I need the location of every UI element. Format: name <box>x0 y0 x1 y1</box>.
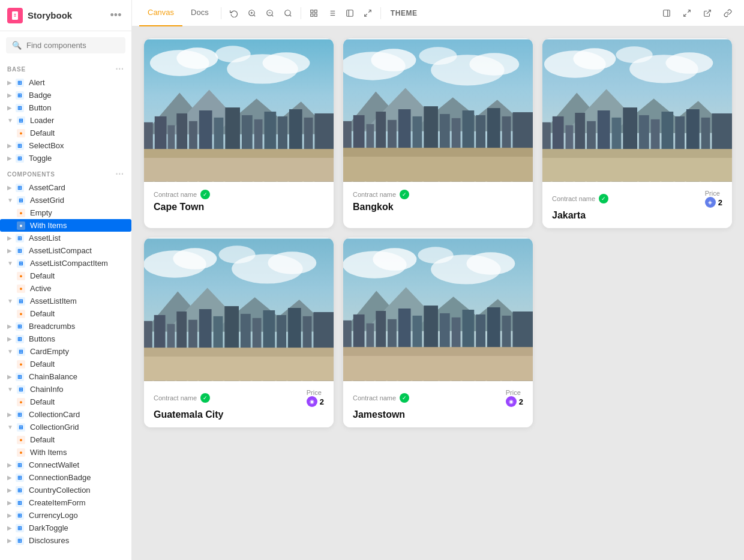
group-icon: ⊞ <box>16 335 24 343</box>
chevron-right-icon: ▶ <box>7 487 12 493</box>
chevron-down-icon: ▼ <box>7 197 13 203</box>
section-base-collapse[interactable]: ⋯ <box>115 64 124 74</box>
chevron-down-icon: ▼ <box>7 386 13 393</box>
sidebar-item-assetlistitem-default[interactable]: ● Default <box>0 307 131 320</box>
sidebar-item-assetlist[interactable]: ▶ ⊞ AssetList <box>0 232 131 244</box>
search-input[interactable] <box>26 41 127 50</box>
sidebar-item-selectbox[interactable]: ▶ ⊞ SelectBox <box>0 139 131 152</box>
canvas-area: Contract name ✓ Cape Town <box>132 26 744 560</box>
price-value: 2 <box>519 397 523 406</box>
sidebar-item-buttons[interactable]: ▶ ⊞ Buttons <box>0 333 131 345</box>
sidebar-item-label: Active <box>30 284 51 293</box>
svg-rect-109 <box>542 158 732 182</box>
verified-icon: ✓ <box>400 190 409 199</box>
sidebar-item-assetlistcompactitem-default[interactable]: ● Default <box>0 269 131 282</box>
sidebar-item-connectwallet[interactable]: ▶ ⊞ ConnectWallet <box>0 459 131 471</box>
expand-button[interactable] <box>359 4 377 22</box>
price-row-guatemala: ◉ 2 <box>307 396 324 407</box>
story-icon: ● <box>17 129 25 137</box>
svg-line-9 <box>289 14 291 16</box>
sidebar-item-badge[interactable]: ▶ ⊞ Badge <box>0 89 131 101</box>
sidebar-item-button[interactable]: ▶ ⊞ Button <box>0 101 131 114</box>
sidebar-right-button[interactable] <box>658 4 676 22</box>
group-icon: ⊞ <box>16 247 24 255</box>
sidebar-item-label: CollectionGrid <box>30 423 79 432</box>
sidebar-item-label: CardEmpty <box>30 347 69 356</box>
asset-card-jamestown[interactable]: Contract name ✓ Price ◉ 2 Jamestown <box>343 238 533 427</box>
sidebar-item-assetgrid-empty[interactable]: ● Empty <box>0 206 131 219</box>
verified-icon: ✓ <box>200 190 210 199</box>
sidebar-item-assetlistcompact[interactable]: ▶ ⊞ AssetListCompact <box>0 244 131 257</box>
asset-card-cape-town[interactable]: Contract name ✓ Cape Town <box>144 38 334 228</box>
group-icon: ⊞ <box>16 142 24 150</box>
asset-card-jakarta[interactable]: Contract name ✓ Price ◈ 2 Jakarta <box>542 38 732 228</box>
sidebar: Storybook ••• 🔍 / BASE ⋯ ▶ ⊞ Alert ▶ ⊞ B… <box>0 0 132 560</box>
zoom-in-button[interactable] <box>243 4 261 22</box>
sidebar-item-label: AssetListItem <box>30 297 77 306</box>
sidebar-item-collectiongrid[interactable]: ▼ ⊞ CollectionGrid <box>0 421 131 433</box>
card-meta-cape-town: Contract name ✓ <box>154 190 324 199</box>
sidebar-toggle-button[interactable] <box>341 4 359 22</box>
svg-rect-20 <box>346 10 353 16</box>
card-footer-cape-town: Contract name ✓ Cape Town <box>144 182 334 220</box>
sidebar-item-createitemform[interactable]: ▶ ⊞ CreateItemForm <box>0 496 131 509</box>
svg-line-28 <box>707 10 710 13</box>
asset-card-bangkok[interactable]: Contract name ✓ Bangkok <box>343 38 533 228</box>
sidebar-item-countrycollection[interactable]: ▶ ⊞ CountryCollection <box>0 484 131 496</box>
sidebar-item-assetlistitem[interactable]: ▼ ⊞ AssetListItem <box>0 295 131 307</box>
sidebar-item-collectioncard[interactable]: ▶ ⊞ CollectionCard <box>0 408 131 421</box>
sidebar-item-loader-default[interactable]: ● Default <box>0 127 131 139</box>
theme-button[interactable]: THEME <box>385 7 424 20</box>
link-button[interactable] <box>719 4 737 22</box>
sidebar-item-chainbalance[interactable]: ▶ ⊞ ChainBalance <box>0 370 131 383</box>
tab-docs[interactable]: Docs <box>182 0 217 26</box>
sidebar-item-alert[interactable]: ▶ ⊞ Alert <box>0 76 131 89</box>
search-bar[interactable]: 🔍 / <box>6 37 125 53</box>
sidebar-item-loader[interactable]: ▼ ⊞ Loader <box>0 114 131 127</box>
sidebar-item-currencylogo[interactable]: ▶ ⊞ CurrencyLogo <box>0 509 131 522</box>
asset-card-guatemala[interactable]: Contract name ✓ Price ◉ 2 Guatemala City <box>144 238 334 427</box>
sidebar-item-disclosures[interactable]: ▶ ⊞ Disclosures <box>0 534 131 547</box>
sidebar-item-label: Default <box>30 128 55 137</box>
menu-icon[interactable]: ••• <box>107 7 124 24</box>
chevron-down-icon: ▼ <box>7 117 13 124</box>
story-icon: ● <box>17 436 25 444</box>
tab-canvas[interactable]: Canvas <box>139 0 182 26</box>
list-view-button[interactable] <box>323 4 341 22</box>
group-icon: ⊞ <box>17 348 25 356</box>
sidebar-item-connectionbadge[interactable]: ▶ ⊞ ConnectionBadge <box>0 471 131 484</box>
contract-label: Contract name <box>353 394 396 402</box>
sidebar-item-assetcard[interactable]: ▶ ⊞ AssetCard <box>0 181 131 194</box>
sidebar-item-assetgrid[interactable]: ▼ ⊞ AssetGrid <box>0 194 131 206</box>
sidebar-item-chaininfo-default[interactable]: ● Default <box>0 396 131 408</box>
sidebar-item-label: AssetCard <box>29 183 65 192</box>
sidebar-item-toggle[interactable]: ▶ ⊞ Toggle <box>0 152 131 164</box>
group-icon: ⊞ <box>16 184 24 192</box>
eth-icon: ◈ <box>705 197 716 208</box>
nav-tree: BASE ⋯ ▶ ⊞ Alert ▶ ⊞ Badge ▶ ⊞ Button ▼ … <box>0 59 131 560</box>
toolbar-right <box>658 4 737 22</box>
sidebar-item-label: Default <box>30 360 55 369</box>
sidebar-item-darktoggle[interactable]: ▶ ⊞ DarkToggle <box>0 522 131 534</box>
zoom-out-button[interactable] <box>261 4 279 22</box>
sidebar-item-chaininfo[interactable]: ▼ ⊞ ChainInfo <box>0 383 131 396</box>
sidebar-item-collectiongrid-withitems[interactable]: ● With Items <box>0 446 131 459</box>
sidebar-item-collectiongrid-default[interactable]: ● Default <box>0 433 131 446</box>
sidebar-item-assetlistcompactitem[interactable]: ▼ ⊞ AssetListCompactItem <box>0 257 131 269</box>
sidebar-item-cardempty-default[interactable]: ● Default <box>0 358 131 370</box>
zoom-reset-button[interactable] <box>279 4 297 22</box>
refresh-button[interactable] <box>225 4 243 22</box>
sidebar-item-breadcrumbs[interactable]: ▶ ⊞ Breadcrumbs <box>0 320 131 333</box>
sidebar-item-assetlistcompactitem-active[interactable]: ● Active <box>0 282 131 295</box>
group-icon: ⊞ <box>16 234 24 242</box>
grid-view-button[interactable] <box>305 4 323 22</box>
sidebar-item-cardempty[interactable]: ▼ ⊞ CardEmpty <box>0 345 131 358</box>
main-panel: Canvas Docs THEME <box>132 0 744 560</box>
svg-point-34 <box>215 46 251 62</box>
sidebar-item-assetgrid-withitems[interactable]: ● With Items <box>0 219 131 232</box>
fullscreen-button[interactable] <box>678 4 696 22</box>
section-components-collapse[interactable]: ⋯ <box>115 169 124 179</box>
external-link-button[interactable] <box>698 4 716 22</box>
group-icon: ⊞ <box>17 196 25 205</box>
sidebar-item-label: ChainInfo <box>30 385 64 394</box>
